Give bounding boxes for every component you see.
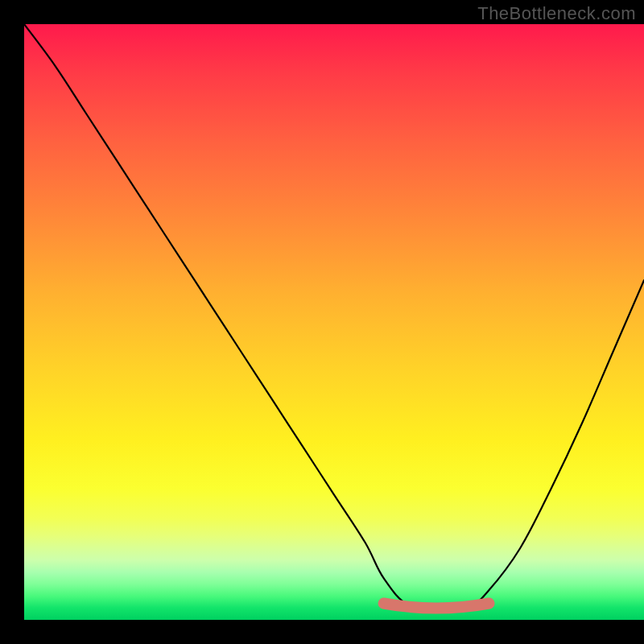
watermark-text: TheBottleneck.com <box>477 3 636 24</box>
valley-highlight <box>384 604 489 609</box>
curve-svg <box>24 24 644 620</box>
chart-container: TheBottleneck.com <box>0 0 644 644</box>
bottleneck-curve <box>24 24 644 607</box>
plot-area <box>24 24 644 620</box>
